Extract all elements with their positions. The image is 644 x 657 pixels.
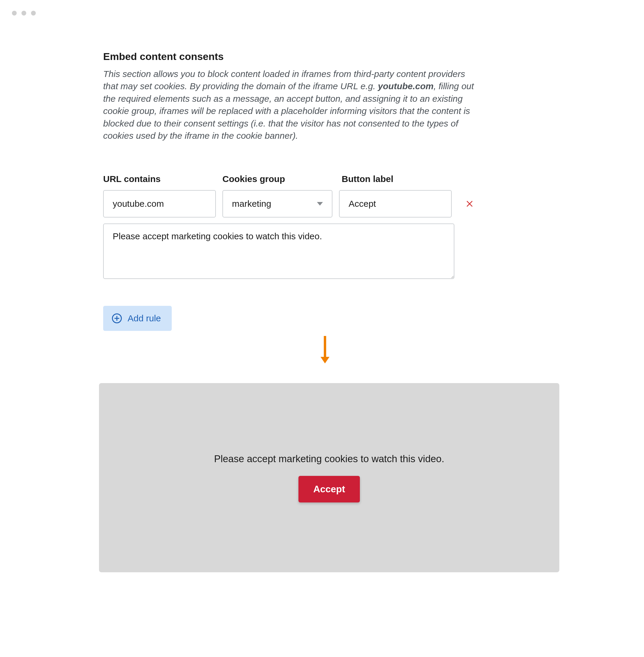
embed-placeholder-preview: Please accept marketing cookies to watch… — [99, 383, 559, 572]
button-label-input[interactable] — [339, 190, 452, 218]
button-label-label: Button label — [342, 174, 454, 184]
close-icon — [466, 200, 473, 207]
delete-rule-button[interactable] — [463, 197, 476, 210]
cookies-group-value: marketing — [232, 199, 271, 209]
form-labels-row: URL contains Cookies group Button label — [103, 174, 476, 184]
add-rule-button[interactable]: Add rule — [103, 306, 172, 331]
section-title: Embed content consents — [103, 51, 482, 62]
arrow-line — [324, 336, 326, 357]
message-textarea[interactable] — [103, 223, 454, 279]
add-rule-label: Add rule — [128, 313, 161, 324]
consent-rule-form: URL contains Cookies group Button label … — [103, 174, 476, 331]
cookies-group-label: Cookies group — [223, 174, 335, 184]
preview-message: Please accept marketing cookies to watch… — [214, 453, 444, 464]
window-traffic-lights — [12, 11, 36, 16]
arrow-head — [321, 357, 329, 364]
section-description: This section allows you to block content… — [103, 68, 482, 142]
description-bold: youtube.com — [378, 81, 434, 91]
plus-circle-icon — [112, 313, 122, 324]
cookies-group-select[interactable]: marketing — [223, 190, 332, 218]
chevron-down-icon — [317, 202, 323, 205]
window-dot — [31, 11, 36, 16]
arrow-down-icon — [321, 336, 329, 364]
form-inputs-row: marketing — [103, 190, 476, 218]
message-row — [103, 223, 476, 280]
settings-section: Embed content consents This section allo… — [103, 51, 482, 331]
url-contains-input[interactable] — [103, 190, 216, 218]
accept-button[interactable]: Accept — [298, 476, 360, 502]
window-dot — [21, 11, 26, 16]
window-dot — [12, 11, 17, 16]
url-contains-label: URL contains — [103, 174, 216, 184]
